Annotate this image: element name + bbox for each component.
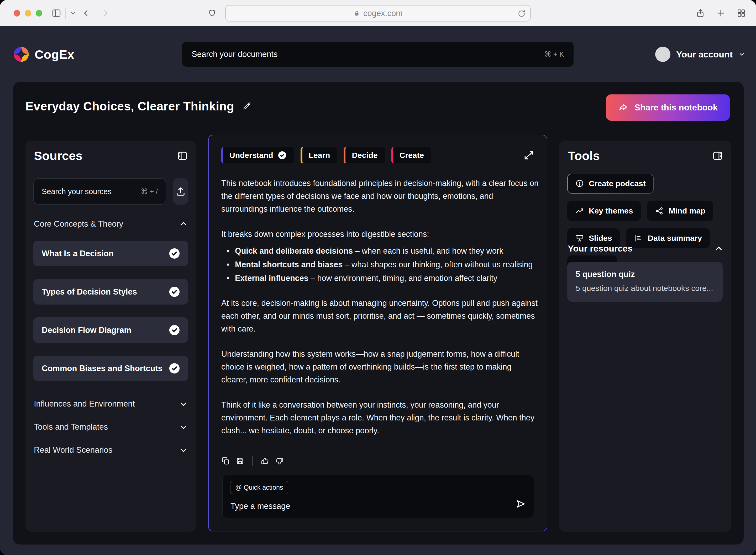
sidebar-toggle-icon[interactable] — [51, 8, 62, 18]
new-tab-icon[interactable] — [716, 8, 725, 18]
back-button-icon[interactable] — [82, 9, 90, 17]
chevron-down-icon — [739, 51, 745, 58]
tab-learn[interactable]: Learn — [301, 147, 337, 163]
tools-panel: Tools — [559, 140, 731, 532]
source-item[interactable]: Common Biases and Shortcuts — [33, 356, 188, 381]
share-notebook-button[interactable]: Share this notebook — [606, 94, 730, 121]
tab-decide[interactable]: Decide — [344, 147, 385, 163]
chevron-up-icon — [714, 244, 723, 253]
check-circle-icon — [168, 247, 181, 260]
app-header: CogEx ⌘ + K Your account — [0, 26, 756, 82]
account-menu[interactable]: Your account — [655, 47, 745, 62]
document-search-input[interactable] — [192, 50, 544, 59]
tools-title: Tools — [568, 148, 600, 163]
thumbs-down-icon[interactable] — [275, 457, 284, 465]
check-circle-icon — [168, 362, 181, 375]
collapse-tools-panel-icon[interactable] — [712, 150, 723, 161]
tab-understand[interactable]: Understand — [221, 147, 294, 163]
sources-search-input[interactable] — [42, 187, 141, 196]
key-themes-button[interactable]: Key themes — [567, 201, 641, 221]
save-icon[interactable] — [236, 457, 244, 465]
actions-divider — [252, 456, 253, 466]
logo-text: CogEx — [35, 47, 74, 61]
chevron-down-icon — [179, 399, 188, 409]
quick-actions-chip[interactable]: @ Quick actions — [230, 481, 288, 494]
message-input[interactable] — [231, 502, 493, 511]
forward-button-icon[interactable] — [101, 9, 110, 17]
bullet-item: Mental shortcuts and biases – what shape… — [226, 258, 539, 271]
upload-icon — [175, 186, 186, 197]
sidebar-chevron-down-icon[interactable] — [70, 10, 76, 16]
privacy-shield-icon[interactable] — [208, 9, 216, 17]
zoom-window-button[interactable] — [36, 10, 42, 16]
page-title: Everyday Choices, Clearer Thinking — [26, 99, 234, 113]
source-item[interactable]: Types of Decision Styles — [33, 279, 188, 304]
trending-up-icon — [575, 206, 584, 215]
chevron-down-icon — [179, 423, 188, 431]
expand-panel-icon[interactable] — [523, 150, 535, 161]
bullet-item: Quick and deliberate decisions – when ea… — [226, 245, 539, 257]
your-resources-section[interactable]: Your resources — [568, 244, 723, 254]
document-search-bar[interactable]: ⌘ + K — [182, 41, 574, 67]
sources-search-shortcut: ⌘ + / — [141, 187, 158, 196]
copy-icon[interactable] — [221, 457, 230, 465]
bullet-item: External influences – how environment, t… — [226, 272, 539, 285]
source-item[interactable]: What Is a Decision — [33, 241, 188, 266]
notebook-workspace: Everyday Choices, Clearer Thinking Share… — [13, 82, 744, 545]
window-controls — [14, 10, 42, 16]
collapse-sources-panel-icon[interactable] — [177, 150, 188, 161]
sources-search-bar[interactable]: ⌘ + / — [33, 178, 166, 205]
reload-icon[interactable] — [517, 9, 526, 18]
minimize-window-button[interactable] — [25, 10, 31, 16]
thumbs-up-icon[interactable] — [261, 457, 269, 465]
mind-map-button[interactable]: Mind map — [647, 201, 713, 221]
paragraph: Understanding how this system works—how … — [221, 347, 539, 386]
paragraph: At its core, decision-making is about ma… — [221, 297, 539, 335]
sources-section-tools-templates[interactable]: Tools and Templates — [34, 422, 188, 432]
sources-title: Sources — [34, 148, 82, 163]
cogex-logo[interactable]: CogEx — [13, 46, 74, 63]
address-bar[interactable]: cogex.com — [225, 5, 531, 22]
resource-card-quiz[interactable]: 5 question quiz 5 question quiz about no… — [567, 262, 723, 302]
paragraph: Think of it like a conversation between … — [221, 398, 539, 437]
sources-section-influences[interactable]: Influences and Environment — [34, 399, 188, 409]
summary-bullet-list: Quick and deliberate decisions – when ea… — [221, 245, 539, 285]
tab-overview-icon[interactable] — [737, 8, 746, 18]
bar-chart-icon — [634, 234, 643, 243]
check-circle-icon — [168, 324, 181, 336]
share-page-icon[interactable] — [695, 8, 705, 18]
account-label: Your account — [676, 49, 732, 59]
podcast-icon — [575, 179, 584, 188]
search-shortcut-hint: ⌘ + K — [544, 50, 564, 58]
mind-map-icon — [655, 206, 664, 215]
address-text: cogex.com — [363, 9, 403, 18]
slides-icon — [575, 234, 584, 243]
paragraph: This notebook introduces foundational pr… — [221, 177, 539, 215]
toolbar-divider — [65, 8, 66, 18]
upload-source-button[interactable] — [173, 178, 188, 205]
share-forward-icon — [618, 102, 629, 113]
notebook-content-panel: Understand Learn Decide Create This note… — [208, 135, 547, 531]
create-podcast-button[interactable]: Create podcast — [567, 174, 653, 194]
message-actions — [221, 456, 284, 466]
check-circle-icon — [277, 151, 287, 160]
edit-title-icon[interactable] — [242, 101, 251, 111]
sources-section-core-concepts[interactable]: Core Concepts & Theory — [34, 219, 188, 229]
close-window-button[interactable] — [14, 10, 20, 16]
sources-panel: Sources ⌘ + / — [26, 140, 196, 532]
sources-section-real-world[interactable]: Real World Scenarios — [34, 445, 188, 455]
chevron-up-icon — [179, 219, 188, 228]
browser-window: cogex.com — [0, 0, 756, 555]
send-icon[interactable] — [515, 498, 526, 509]
tool-buttons: Create podcast Key themes — [567, 174, 725, 275]
tab-create[interactable]: Create — [391, 147, 431, 163]
message-composer[interactable]: @ Quick actions — [222, 475, 534, 518]
notebook-summary-text: This notebook introduces foundational pr… — [221, 177, 539, 449]
avatar — [655, 47, 670, 62]
source-item[interactable]: Decision Flow Diagram — [33, 317, 188, 343]
check-circle-icon — [168, 286, 181, 298]
chevron-down-icon — [179, 445, 188, 455]
browser-toolbar: cogex.com — [0, 0, 756, 26]
notebook-tabs: Understand Learn Decide Create — [221, 147, 535, 163]
lock-icon — [353, 10, 360, 17]
